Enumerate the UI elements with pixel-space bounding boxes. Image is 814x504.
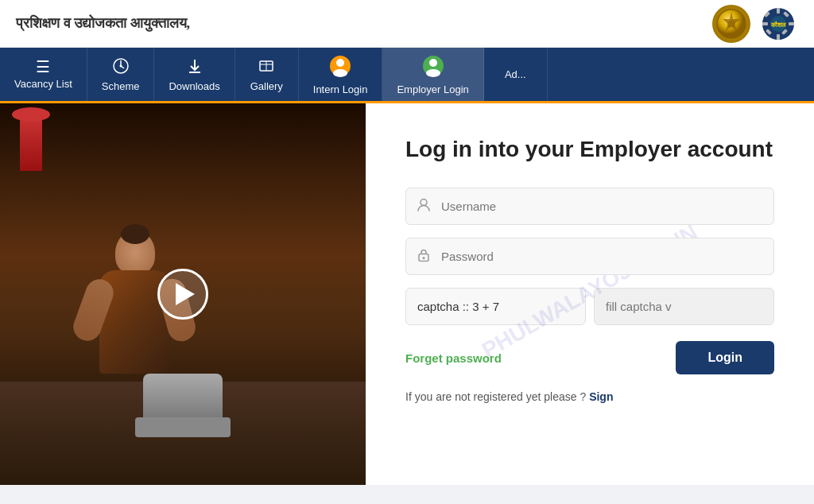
captcha-display: captcha :: 3 + 7 <box>405 288 586 325</box>
main-navbar: ☰ Vacancy List Scheme Downloads <box>0 48 814 103</box>
register-prompt: If you are not registered yet please ? <box>405 390 586 403</box>
svg-rect-4 <box>777 8 780 14</box>
nav-item-employer-login[interactable]: Employer Login <box>382 48 483 101</box>
nav-label-vacancy-list: Vacancy List <box>14 78 72 90</box>
register-row: If you are not registered yet please ? S… <box>405 390 774 403</box>
nav-item-scheme[interactable]: Scheme <box>87 48 155 101</box>
nav-label-gallery: Gallery <box>250 80 283 92</box>
video-play-overlay[interactable] <box>0 103 366 485</box>
nav-item-vacancy-list[interactable]: ☰ Vacancy List <box>0 48 87 101</box>
scheme-icon <box>112 57 130 77</box>
user-icon <box>417 197 431 215</box>
password-input[interactable] <box>405 238 774 275</box>
forget-password-link[interactable]: Forget password <box>405 351 502 365</box>
nav-label-scheme: Scheme <box>102 80 140 92</box>
captcha-input[interactable] <box>594 288 774 325</box>
nav-item-gallery[interactable]: Gallery <box>235 48 299 101</box>
captcha-row: captcha :: 3 + 7 <box>405 288 774 325</box>
svg-rect-6 <box>762 22 768 25</box>
nav-item-intern-login[interactable]: Intern Login <box>299 48 383 101</box>
employer-login-icon <box>421 54 445 80</box>
play-button[interactable] <box>157 269 208 320</box>
svg-point-2 <box>727 20 735 28</box>
login-title: Log in into your Employer account <box>405 135 774 164</box>
password-icon <box>417 247 431 266</box>
kaushal-logo: कौशल <box>758 4 798 44</box>
login-button[interactable]: Login <box>676 341 774 374</box>
svg-point-31 <box>423 257 425 259</box>
svg-point-25 <box>333 69 347 77</box>
nav-item-downloads[interactable]: Downloads <box>154 48 235 101</box>
svg-point-17 <box>119 64 122 67</box>
action-row: Forget password Login <box>405 341 774 374</box>
svg-rect-7 <box>789 22 794 25</box>
main-content: PHULWALAYOJANA.IN Log in into your Emplo… <box>0 103 814 485</box>
video-section <box>0 103 366 485</box>
nav-label-downloads: Downloads <box>169 80 219 92</box>
login-section: PHULWALAYOJANA.IN Log in into your Emplo… <box>366 103 814 485</box>
nav-label-admin: Ad... <box>505 68 526 80</box>
svg-point-29 <box>421 199 427 205</box>
nav-label-employer-login: Employer Login <box>397 83 468 95</box>
play-triangle-icon <box>176 283 195 305</box>
government-emblem <box>712 5 750 43</box>
username-input[interactable] <box>405 188 774 225</box>
menu-icon: ☰ <box>36 59 50 75</box>
username-group <box>405 188 774 225</box>
svg-text:कौशल: कौशल <box>770 21 786 29</box>
nav-label-intern-login: Intern Login <box>313 83 368 95</box>
intern-login-icon <box>328 54 352 80</box>
gallery-icon <box>258 57 275 77</box>
svg-rect-5 <box>777 34 780 40</box>
svg-point-27 <box>429 59 437 67</box>
register-link[interactable]: Sign <box>589 390 613 403</box>
site-header: प्रशिक्षण व उद्योजकता आयुक्तालय, <box>0 0 814 48</box>
password-group <box>405 238 774 275</box>
header-logos: कौशल <box>712 4 798 44</box>
nav-item-admin[interactable]: Ad... <box>484 48 548 101</box>
svg-point-24 <box>336 59 344 67</box>
svg-point-28 <box>426 69 440 77</box>
site-title: प्रशिक्षण व उद्योजकता आयुक्तालय, <box>16 15 190 32</box>
downloads-icon <box>186 57 204 77</box>
